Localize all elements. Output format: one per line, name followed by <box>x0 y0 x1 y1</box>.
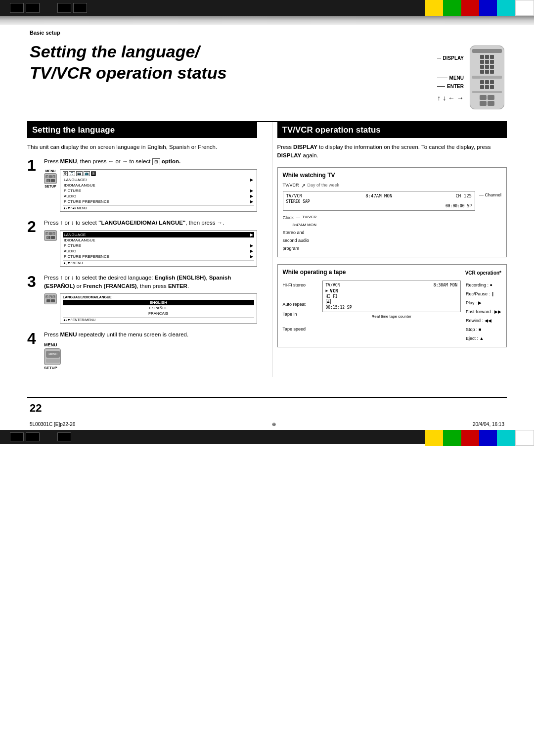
display-label: DISPLAY <box>437 55 464 61</box>
vcr-screen-area: TV/VCR 8:30AM MON ▶ VCR HI FI ⏏ 00:15:12… <box>322 281 461 343</box>
vcr-operation-label: VCR operation* <box>465 270 501 276</box>
step-number-1: 1 <box>27 157 39 173</box>
title-line1: Setting the language/ <box>30 42 200 61</box>
bottom-cyan <box>497 430 515 446</box>
vcr-screen: TV/VCR 8:30AM MON ▶ VCR HI FI ⏏ 00:15:12… <box>322 281 461 312</box>
yellow-block <box>425 0 443 16</box>
tv-display-area: TV/VCR ↗ Day of the week TV/VCR 8:47AM M… <box>283 183 475 253</box>
vcr-content-area: Hi-Fi stereo Auto repeat Tape in Tape sp… <box>283 281 502 343</box>
page-title: Setting the language/ TV/VCR operation s… <box>30 41 405 83</box>
bottom-green <box>443 430 461 446</box>
step-3-text: Press ↑ or ↓ to select the desired langu… <box>44 274 257 291</box>
tv-right-labels: — Channel <box>479 183 501 197</box>
footer-info: 5L00301C [E]p22-26 ⊕ 20/4/04, 16:13 <box>0 419 534 430</box>
green-block <box>443 0 461 16</box>
arrow-symbols: ↑ ↓ ← → <box>437 94 464 102</box>
bottom-bar-black <box>0 430 425 444</box>
red-block <box>461 0 479 16</box>
step4-remote-body: MENU <box>44 348 61 365</box>
step-3-content: Press ↑ or ↓ to select the desired langu… <box>44 274 257 324</box>
top-color-bar <box>0 0 534 16</box>
step-1: 1 Press MENU, then press ← or → to selec… <box>27 157 257 211</box>
menu-screen-2: LANGUAGE▶ IDIOMA/LANGUE PICTURE▶ AUDIO▶ … <box>60 230 257 267</box>
remote-small-1: MENU ◁ ▷ S SETUP <box>44 169 57 188</box>
remote-dots-2 <box>472 80 502 89</box>
step-4-text: Press MENU repeatedly until the menu scr… <box>44 331 257 339</box>
step-number-4: 4 <box>27 331 39 346</box>
tvcvr-label: TV/VCR <box>283 183 299 188</box>
title-section: Setting the language/ TV/VCR operation s… <box>0 36 534 121</box>
header-strip <box>0 16 534 25</box>
bottom-section: 22 5L00301C [E]p22-26 ⊕ 20/4/04, 16:13 <box>0 397 534 444</box>
left-section-heading: Setting the language <box>27 122 257 138</box>
left-column: Setting the language This unit can displ… <box>27 122 262 377</box>
tv-annotations: Clock — TV/VCR 8:47AM MON Stereo andseco… <box>283 214 475 253</box>
crosshair-symbol: ⊕ <box>272 422 276 427</box>
basic-setup-label: Basic setup <box>0 25 534 36</box>
footer-right: 20/4/04, 16:13 <box>473 422 504 427</box>
top-bar-black <box>0 0 425 16</box>
step-2-text: Press ↑ or ↓ to select "LANGUAGE/IDIOMA/… <box>44 219 257 227</box>
menu-screen-1: ⚙ 🎵 📷 📺 ⊞ LANGUAGE/▶ IDIOMA/LANGUE PICTU… <box>60 169 257 212</box>
cyan-block <box>497 0 515 16</box>
remote-small-2: ◁ ▷ E <box>44 230 57 241</box>
bottom-color-bar <box>0 430 534 444</box>
two-column-layout: Setting the language This unit can displ… <box>0 122 534 377</box>
white-block <box>515 0 534 16</box>
footer-left: 5L00301C [E]p22-26 <box>30 422 75 427</box>
title-line2: TV/VCR operation status <box>30 63 227 82</box>
bottom-blue <box>479 430 497 446</box>
remote-small-3: ◁ E ▷ <box>44 293 57 304</box>
watching-tv-box: While watching TV TV/VCR ↗ Day of the we… <box>277 167 507 257</box>
step-3: 3 Press ↑ or ↓ to select the desired lan… <box>27 274 257 324</box>
remote-dots <box>472 55 502 74</box>
step-number-2: 2 <box>27 219 39 235</box>
tv-screen: TV/VCR 8:47AM MON CH 125 STEREO SAP 00:0… <box>283 191 475 211</box>
basic-setup-text: Basic setup <box>30 30 60 36</box>
left-intro: This unit can display the on screen lang… <box>27 143 257 151</box>
step-2: 2 Press ↑ or ↓ to select "LANGUAGE/IDIOM… <box>27 219 257 267</box>
bottom-red <box>461 430 479 446</box>
vcr-right-labels: Recording : ● Rec/Pause : ‖ Play : ▶ Fas… <box>466 281 501 343</box>
tv-diagram: TV/VCR ↗ Day of the week TV/VCR 8:47AM M… <box>283 183 502 253</box>
menu-label: MENU <box>437 75 464 81</box>
page-number: 22 <box>0 398 534 419</box>
step4-remote: MENU MENU SETUP <box>44 342 257 370</box>
menu-mockup-2: ◁ ▷ E LANGUAGE▶ IDIOMA/LANGUE <box>44 230 257 267</box>
watching-tv-title: While watching TV <box>283 172 502 179</box>
bottom-white <box>515 430 534 446</box>
step-4-content: Press MENU repeatedly until the menu scr… <box>44 331 257 370</box>
main-title: Setting the language/ TV/VCR operation s… <box>30 41 405 83</box>
step-2-content: Press ↑ or ↓ to select "LANGUAGE/IDIOMA/… <box>44 219 257 267</box>
step-number-3: 3 <box>27 274 39 289</box>
real-time-label: Real time tape counter <box>322 314 461 319</box>
right-section-heading: TV/VCR operation status <box>277 122 507 138</box>
bottom-bar-colors <box>425 430 534 444</box>
vcr-box: While operating a tape VCR operation* Hi… <box>277 264 507 347</box>
menu-screen-3: LANGUAGE/IDIOMA/LANGUE ENGLISH ESPAÑOL F… <box>60 293 257 324</box>
vcr-left-labels: Hi-Fi stereo Auto repeat Tape in Tape sp… <box>283 281 317 343</box>
right-column: TV/VCR operation status Press DISPLAY to… <box>272 122 507 377</box>
menu-mockup-3: ◁ E ▷ LANGUAGE/IDIOMA/LANGUE E <box>44 293 257 324</box>
vcr-box-title: While operating a tape <box>283 269 346 276</box>
right-intro: Press DISPLAY to display the information… <box>277 143 507 160</box>
step-4: 4 Press MENU repeatedly until the menu s… <box>27 331 257 370</box>
step-1-text: Press MENU, then press ← or → to select … <box>44 157 257 166</box>
top-bar-colors <box>425 0 534 16</box>
step-1-content: Press MENU, then press ← or → to select … <box>44 157 257 211</box>
enter-label: ENTER <box>437 84 464 89</box>
bottom-yellow <box>425 430 443 446</box>
remote-body <box>470 46 504 109</box>
blue-block <box>479 0 497 16</box>
remote-illustration: DISPLAY MENU ENTER ↑ ↓ ← → <box>405 41 504 111</box>
menu-mockup-1: MENU ◁ ▷ S SETUP <box>44 169 257 212</box>
